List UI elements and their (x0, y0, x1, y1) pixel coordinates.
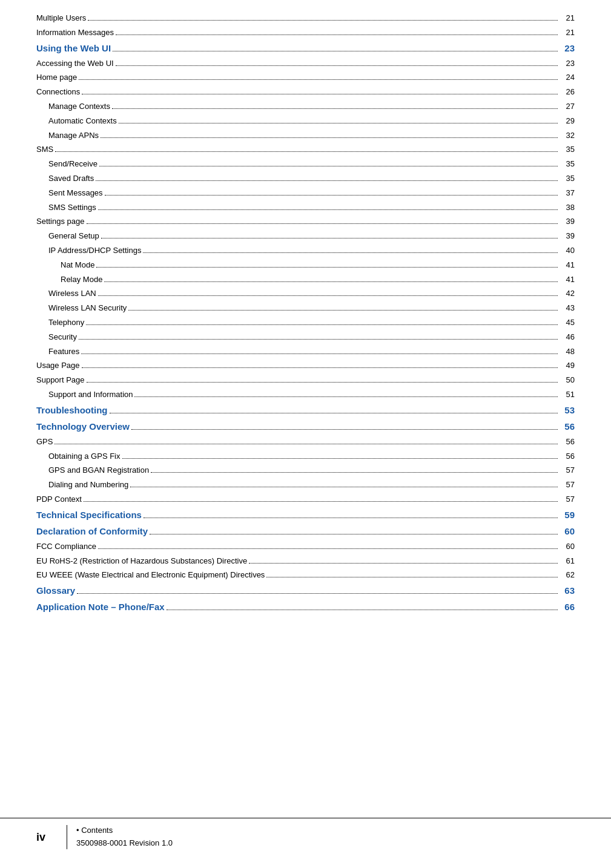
toc-entry: Information Messages21 (36, 27, 575, 39)
toc-page-number: 24 (560, 71, 575, 84)
toc-page-number: 48 (560, 346, 575, 358)
toc-dots (119, 123, 558, 123)
toc-entry: Support Page50 (36, 374, 575, 387)
toc-dots (134, 396, 558, 397)
toc-page-number: 49 (560, 360, 575, 372)
toc-dots (167, 610, 558, 610)
toc-entry: Support and Information51 (36, 389, 575, 401)
toc-entry: Manage Contexts27 (36, 100, 575, 113)
toc-page-number: 60 (560, 541, 575, 553)
footer-page-number: iv (36, 831, 54, 844)
toc-entry: FCC Compliance60 (36, 541, 575, 553)
toc-dots (144, 518, 558, 518)
toc-label: Obtaining a GPS Fix (48, 450, 121, 463)
toc-entry: Troubleshooting53 (36, 403, 575, 418)
toc-dots (104, 281, 558, 282)
toc-dots (88, 20, 558, 21)
toc-label: Declaration of Conformity (36, 524, 148, 539)
toc-page-number: 41 (560, 259, 575, 272)
toc-page-number: 21 (560, 12, 575, 25)
toc-label: EU WEEE (Waste Electrical and Electronic… (36, 569, 265, 582)
toc-entry: EU RoHS-2 (Restriction of Hazardous Subs… (36, 555, 575, 568)
toc-label: Nat Mode (61, 259, 94, 272)
toc-page-number: 39 (560, 215, 575, 228)
toc-entry: Settings page39 (36, 215, 575, 228)
toc-dots (110, 413, 558, 413)
toc-label: SMS Settings (48, 202, 96, 214)
toc-entry: GPS56 (36, 436, 575, 449)
toc-label: Manage Contexts (48, 100, 110, 113)
toc-page-number: 42 (560, 288, 575, 300)
toc-page-number: 60 (560, 524, 575, 539)
toc-entry: GPS and BGAN Registration57 (36, 464, 575, 477)
toc-dots (249, 563, 558, 564)
toc-label: Wireless LAN Security (48, 302, 127, 315)
toc-page-number: 59 (560, 508, 575, 522)
toc-label: EU RoHS-2 (Restriction of Hazardous Subs… (36, 555, 247, 568)
toc-entry: Wireless LAN Security43 (36, 302, 575, 315)
toc-entry: Dialing and Numbering57 (36, 479, 575, 492)
toc-dots (79, 79, 558, 80)
toc-page-number: 57 (560, 493, 575, 506)
toc-page-number: 45 (560, 317, 575, 329)
toc-entry: Declaration of Conformity60 (36, 524, 575, 539)
toc-dots (84, 501, 558, 502)
toc-dots (79, 339, 558, 340)
toc-page-number: 37 (560, 187, 575, 200)
toc-page-number: 46 (560, 331, 575, 344)
toc-page-number: 35 (560, 173, 575, 185)
toc-dots (98, 548, 558, 549)
toc-dots (101, 238, 558, 238)
toc-entry: SMS Settings38 (36, 202, 575, 214)
toc-entry: Features48 (36, 346, 575, 358)
toc-label: Manage APNs (48, 130, 99, 142)
toc-entry: Technical Specifications59 (36, 508, 575, 522)
toc-label: General Setup (48, 230, 99, 243)
toc-label: Automatic Contexts (48, 115, 117, 128)
toc-entry: Wireless LAN42 (36, 288, 575, 300)
toc-page-number: 27 (560, 100, 575, 113)
toc-label: Troubleshooting (36, 403, 108, 418)
toc-page-number: 57 (560, 464, 575, 477)
toc-label: Saved Drafts (48, 173, 94, 185)
toc-entry: Glossary63 (36, 584, 575, 598)
footer: iv • Contents 3500988-0001 Revision 1.0 (0, 818, 611, 856)
page-container: Multiple Users21Information Messages21Us… (0, 0, 611, 868)
toc-page-number: 23 (560, 58, 575, 70)
toc-entry: Multiple Users21 (36, 12, 575, 25)
toc-page-number: 61 (560, 555, 575, 568)
toc-page-number: 53 (560, 403, 575, 418)
toc-page-number: 41 (560, 274, 575, 286)
toc-entry: Telephony45 (36, 317, 575, 329)
toc-label: SMS (36, 143, 53, 156)
toc-page-number: 35 (560, 143, 575, 156)
toc-dots (150, 534, 558, 534)
toc-label: Accessing the Web UI (36, 58, 114, 70)
toc-page-number: 29 (560, 115, 575, 128)
toc-dots (99, 166, 558, 166)
toc-entry: IP Address/DHCP Settings40 (36, 245, 575, 257)
toc-label: Features (48, 346, 79, 358)
toc-entry: Technology Overview56 (36, 419, 575, 434)
toc-entry: Home page24 (36, 71, 575, 84)
toc-page-number: 35 (560, 158, 575, 171)
toc-dots (151, 472, 558, 473)
toc-page-number: 40 (560, 245, 575, 257)
toc-label: GPS (36, 436, 53, 449)
toc-entry: Connections26 (36, 86, 575, 99)
toc-label: IP Address/DHCP Settings (48, 245, 141, 257)
toc-dots (101, 137, 558, 138)
toc-dots (96, 267, 558, 268)
toc-label: Connections (36, 86, 80, 99)
toc-dots (131, 429, 558, 430)
toc-label: Sent Messages (48, 187, 103, 200)
toc-page-number: 39 (560, 230, 575, 243)
toc-page-number: 43 (560, 302, 575, 315)
toc-label: Using the Web UI (36, 41, 111, 56)
toc-page-number: 21 (560, 27, 575, 39)
toc-dots (86, 324, 558, 325)
toc-dots (112, 108, 558, 109)
toc-label: Technology Overview (36, 419, 130, 434)
toc-entry: PDP Context57 (36, 493, 575, 506)
toc-entry: Manage APNs32 (36, 130, 575, 142)
